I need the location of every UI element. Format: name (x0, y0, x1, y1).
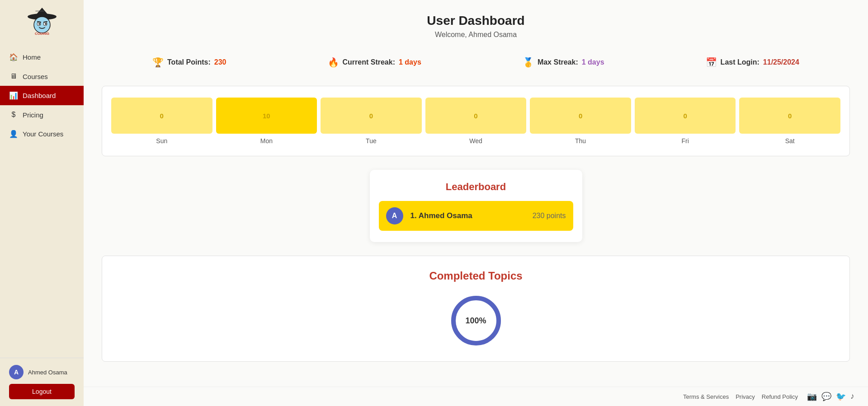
tiktok-icon[interactable]: ♪ (850, 392, 854, 401)
completed-section: Completed Topics 100% (102, 256, 850, 362)
last-login-value: 11/25/2024 (763, 58, 799, 66)
medal-icon: 🥇 (523, 57, 534, 68)
user-name: Ahmed Osama (28, 369, 67, 376)
leaderboard-row: A 1. Ahmed Osama 230 points (379, 201, 573, 231)
your-courses-icon: 👤 (9, 130, 18, 138)
instagram-icon[interactable]: 📷 (807, 392, 817, 401)
sidebar-item-home[interactable]: 🏠 Home (0, 47, 84, 67)
sidebar-item-dashboard[interactable]: 📊 Dashboard (0, 86, 84, 105)
calendar-icon: 📅 (706, 57, 717, 68)
footer-links: Terms & Services Privacy Refund Policy (683, 393, 798, 400)
progress-percent: 100% (465, 316, 486, 326)
day-bar-fri: 0 (635, 98, 736, 134)
svg-rect-2 (35, 10, 44, 12)
refund-link[interactable]: Refund Policy (762, 393, 798, 400)
current-streak-stat: 🔥 Current Streak: 1 days (328, 57, 421, 68)
day-label-sun: Sun (156, 137, 167, 145)
svg-point-7 (45, 23, 47, 25)
logo-icon: CODING (22, 7, 62, 36)
completed-content: 100% (111, 294, 840, 348)
day-label-tue: Tue (366, 137, 377, 145)
current-streak-label: Current Streak: (343, 58, 395, 66)
sidebar-item-label: Courses (23, 73, 48, 80)
twitter-icon[interactable]: 🐦 (836, 392, 846, 401)
footer-social: 📷 💬 🐦 ♪ (807, 392, 854, 401)
day-bar-tue: 0 (321, 98, 422, 134)
stats-row: 🏆 Total Points: 230 🔥 Current Streak: 1 … (102, 50, 850, 75)
day-label-sat: Sat (785, 137, 795, 145)
sidebar-item-courses[interactable]: 🖥 Courses (0, 67, 84, 86)
day-label-wed: Wed (469, 137, 482, 145)
lb-avatar: A (386, 207, 403, 224)
logout-button[interactable]: Logout (9, 384, 75, 399)
days-grid: 0 Sun 10 Mon 0 Tue 0 Wed 0 Thu (111, 98, 840, 145)
privacy-link[interactable]: Privacy (736, 393, 755, 400)
day-label-thu: Thu (575, 137, 586, 145)
user-info: A Ahmed Osama (9, 365, 75, 379)
max-streak-value: 1 days (582, 58, 604, 66)
sidebar: CODING 🏠 Home 🖥 Courses 📊 Dashboard $ Pr… (0, 0, 84, 406)
max-streak-stat: 🥇 Max Streak: 1 days (523, 57, 604, 68)
day-label-fri: Fri (681, 137, 689, 145)
fire-icon: 🔥 (328, 57, 339, 68)
total-points-value: 230 (214, 58, 226, 66)
terms-link[interactable]: Terms & Services (683, 393, 729, 400)
current-streak-value: 1 days (399, 58, 421, 66)
avatar: A (9, 365, 24, 379)
sidebar-item-label: Your Courses (23, 130, 63, 138)
total-points-label: Total Points: (167, 58, 211, 66)
day-bar-wed: 0 (425, 98, 527, 134)
logo-area: CODING (0, 0, 84, 43)
svg-line-9 (44, 22, 47, 22)
day-bar-mon: 10 (216, 98, 317, 134)
main-content: User Dashboard Welcome, Ahmed Osama 🏆 To… (84, 0, 868, 406)
sidebar-item-label: Home (23, 53, 41, 61)
pricing-icon: $ (9, 111, 18, 119)
dashboard-header: User Dashboard Welcome, Ahmed Osama (102, 14, 850, 39)
discord-icon[interactable]: 💬 (821, 392, 831, 401)
day-label-mon: Mon (260, 137, 273, 145)
dashboard-icon: 📊 (9, 91, 18, 100)
lb-points: 230 points (533, 212, 566, 220)
svg-line-8 (38, 22, 41, 22)
leaderboard-section: Leaderboard A 1. Ahmed Osama 230 points (370, 170, 582, 242)
total-points-stat: 🏆 Total Points: 230 (152, 57, 226, 68)
leaderboard-title: Leaderboard (379, 181, 573, 193)
sidebar-item-label: Pricing (23, 111, 43, 119)
day-col-wed: 0 Wed (425, 98, 527, 145)
courses-icon: 🖥 (9, 72, 18, 80)
progress-circle: 100% (449, 294, 503, 348)
completed-title: Completed Topics (111, 270, 840, 282)
day-bar-sat: 0 (739, 98, 840, 134)
svg-text:CODING: CODING (35, 32, 49, 36)
svg-point-6 (38, 23, 40, 25)
sidebar-item-pricing[interactable]: $ Pricing (0, 105, 84, 124)
sidebar-bottom: A Ahmed Osama Logout (0, 358, 84, 406)
welcome-text: Welcome, Ahmed Osama (102, 31, 850, 39)
day-bar-thu: 0 (530, 98, 631, 134)
day-col-thu: 0 Thu (530, 98, 631, 145)
day-col-fri: 0 Fri (635, 98, 736, 145)
home-icon: 🏠 (9, 53, 18, 61)
svg-point-3 (34, 17, 50, 33)
day-col-sat: 0 Sat (739, 98, 840, 145)
dashboard-title: User Dashboard (102, 14, 850, 28)
day-bar-sun: 0 (111, 98, 212, 134)
svg-marker-1 (34, 8, 50, 17)
streak-section: 0 Sun 10 Mon 0 Tue 0 Wed 0 Thu (102, 86, 850, 156)
last-login-label: Last Login: (721, 58, 760, 66)
nav-items: 🏠 Home 🖥 Courses 📊 Dashboard $ Pricing 👤… (0, 43, 84, 358)
trophy-icon: 🏆 (152, 57, 164, 68)
lb-name: 1. Ahmed Osama (410, 211, 525, 220)
day-col-sun: 0 Sun (111, 98, 212, 145)
last-login-stat: 📅 Last Login: 11/25/2024 (706, 57, 799, 68)
sidebar-item-label: Dashboard (23, 92, 56, 99)
day-col-mon: 10 Mon (216, 98, 317, 145)
footer: Terms & Services Privacy Refund Policy 📷… (84, 387, 868, 406)
day-col-tue: 0 Tue (321, 98, 422, 145)
max-streak-label: Max Streak: (538, 58, 578, 66)
sidebar-item-your-courses[interactable]: 👤 Your Courses (0, 124, 84, 144)
